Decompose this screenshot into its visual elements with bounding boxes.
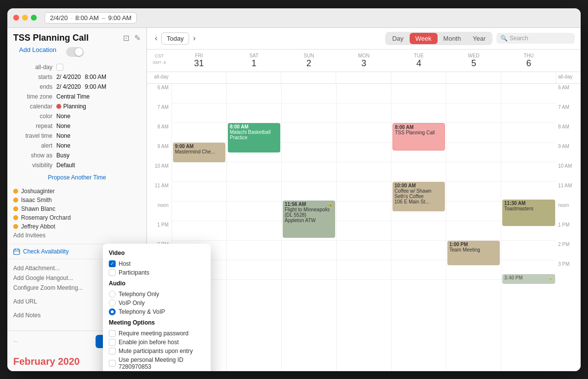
starts-label: starts [13,74,52,80]
month-view-button[interactable]: Month [438,33,467,44]
participants-checkbox[interactable] [109,269,116,276]
event-time: 9:00 AM [175,144,223,149]
day-header-wed: WED 5 [446,50,501,72]
day-col-sat: 8:00 AM Malachi Basketball Practice [227,84,282,371]
time-label-right-9am: 9 AM [556,143,581,162]
all-day-sat [226,72,281,83]
attendee-name: Jeffrey Abbot [21,223,55,230]
titlebar-start-time: 8:00 AM [75,14,99,22]
show-as-label: show as [13,152,52,159]
day-name-mon: MON [358,53,369,58]
prev-button[interactable]: ‹ [153,32,159,45]
host-label: Host [119,260,131,267]
travel-time-value[interactable]: None [56,132,71,139]
show-as-row: show as Busy [9,151,145,160]
attendee-dot [13,224,18,229]
basketball-event[interactable]: 8:00 AM Malachi Basketball Practice [228,123,280,152]
event-title: Coffee w/ Shawn [394,188,443,194]
attendee-dot [13,189,18,194]
next-button[interactable]: › [191,32,197,45]
event-subtitle2: 106 E Main St... [394,199,443,204]
personal-meeting-id-checkbox[interactable] [109,360,116,367]
event-time: 3:40 PM [504,275,523,280]
close-button[interactable] [13,15,19,21]
show-as-value[interactable]: Busy [56,152,70,159]
telephony-voip-radio[interactable] [109,308,116,315]
time-label-9am: 9 AM [147,143,172,162]
telephony-voip-label: Telephony & VoIP [119,308,165,315]
mute-participants-checkbox[interactable] [109,348,116,354]
ends-time[interactable]: 9:00 AM [85,83,106,90]
toggle-switch[interactable] [66,47,84,57]
time-label-right-11am: 11 AM [556,182,581,202]
require-password-checkbox[interactable] [109,330,116,337]
year-view-button[interactable]: Year [467,33,491,44]
visibility-row: visibility Default [9,160,145,170]
event-fields: all-day starts 2/ 4/2020 8:00 AM ends 2/… [7,62,147,170]
event-edit-icon[interactable]: ✎ [134,33,141,43]
repeat-value[interactable]: None [56,123,71,129]
toastmasters-event[interactable]: 11:30 AM Toastmasters [502,200,555,226]
time-label-7am: 7 AM [147,103,172,123]
day-num-1: 1 [226,58,281,69]
afternoon-event[interactable]: 3:40 PM 🔒 [502,274,555,284]
day-name-fri: FRI [195,53,203,58]
personal-meeting-id-label: Use personal Meeting ID 7280970853 [119,356,205,370]
color-row: color None [9,111,145,121]
attendee-dot [13,206,18,211]
tss-planning-event[interactable]: 8:00 AM TSS Planning Call [392,123,445,151]
require-password-label: Require meeting password [119,330,189,337]
event-title: TSS Planning Call [13,33,89,43]
telephony-only-label: Telephony Only [119,291,159,298]
time-label-right-3pm: 3 PM [556,260,581,280]
event-header-icons: ⊡ ✎ [123,33,141,43]
voip-only-radio[interactable] [109,300,116,306]
team-meeting-event[interactable]: 1:00 PM Team Meeting [447,241,500,265]
mastermind-event[interactable]: 9:00 AM Mastermind Che... [173,143,225,162]
all-day-label: all-day [147,72,172,83]
day-view-button[interactable]: Day [386,33,409,44]
day-col-thu: 11:30 AM Toastmasters 3:40 PM 🔒 [501,84,556,371]
allday-label: all-day [13,64,52,71]
event-header: TSS Planning Call ⊡ ✎ [7,28,147,46]
all-day-tue [392,72,446,83]
join-before-host-label: Enable join before host [119,339,179,346]
allday-checkbox[interactable] [56,64,63,71]
flight-event[interactable]: 11:56 AM 🔒 Flight to Minneapolis (DL 552… [283,201,335,238]
ends-date[interactable]: 2/ 4/2020 [56,83,81,90]
telephony-only-radio[interactable] [109,291,116,298]
event-window-icon[interactable]: ⊡ [123,33,129,43]
search-bar[interactable]: 🔍 Search [496,33,575,44]
maximize-button[interactable] [31,15,37,21]
event-footer-dots: ··· [13,338,18,344]
propose-time[interactable]: Propose Another Time [7,170,147,185]
time-label-right-10am: 10 AM [556,162,581,182]
add-invitees[interactable]: Add Invitees [13,231,141,240]
event-title: Malachi Basketball Practice [230,129,278,140]
event-location[interactable]: Add Location [13,46,62,58]
color-value[interactable]: None [56,113,71,120]
event-time: 1:00 PM [449,242,498,247]
timezone-row: time zone Central Time [9,92,145,101]
week-view-button[interactable]: Week [410,33,438,44]
coffee-event[interactable]: 10:00 AM Coffee w/ Shawn Seth's Coffee 1… [392,182,445,211]
starts-time[interactable]: 8:00 AM [85,74,106,80]
alert-value[interactable]: None [56,142,71,149]
host-checkbox[interactable]: ✓ [109,260,116,267]
event-time: 8:00 AM [230,124,278,129]
calendar-value[interactable]: Planning [63,103,86,110]
today-button[interactable]: Today [161,32,189,45]
starts-date[interactable]: 2/ 4/2020 [56,74,81,80]
mute-participants-row: Mute participants upon entry [109,347,205,355]
day-col-tue: 8:00 AM TSS Planning Call 10:00 AM Coffe… [392,84,446,371]
visibility-value[interactable]: Default [56,162,75,169]
time-label-right-6am: 6 AM [556,84,581,103]
event-editor-panel: TSS Planning Call ⊡ ✎ Add Location all-d… [7,28,147,371]
tz-spacer: CST GMT -6 [147,50,172,72]
search-icon: 🔍 [500,35,508,42]
timezone-value[interactable]: Central Time [56,93,90,100]
join-before-host-checkbox[interactable] [109,339,116,346]
mute-participants-label: Mute participants upon entry [119,348,193,354]
minimize-button[interactable] [22,15,28,21]
all-day-right: all-day [556,72,581,83]
